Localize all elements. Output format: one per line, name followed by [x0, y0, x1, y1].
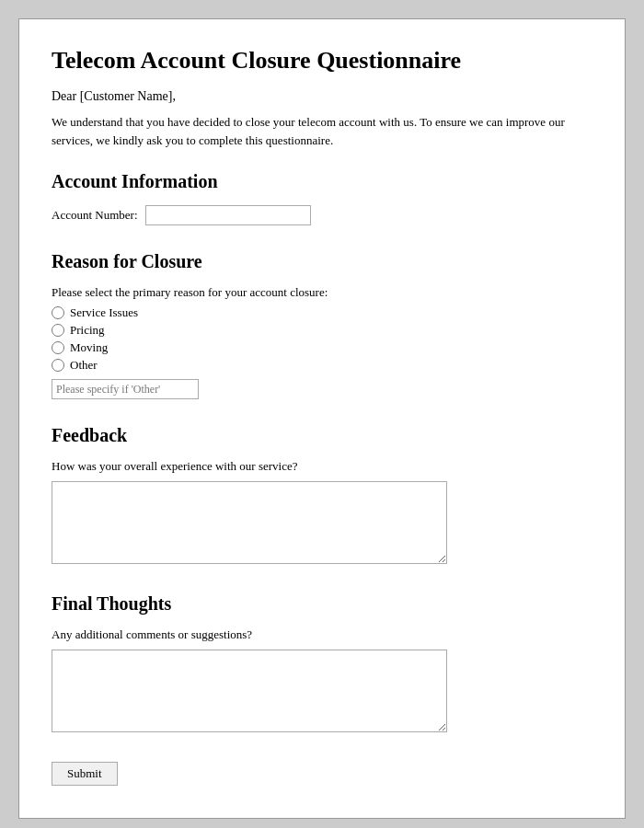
feedback-textarea[interactable]	[52, 481, 447, 564]
account-number-input[interactable]	[145, 205, 311, 225]
feedback-question: How was your overall experience with our…	[52, 459, 592, 474]
radio-pricing: Pricing	[52, 323, 592, 338]
page-title: Telecom Account Closure Questionnaire	[52, 47, 592, 75]
account-section-heading: Account Information	[52, 171, 592, 192]
final-thoughts-section: Final Thoughts Any additional comments o…	[52, 593, 592, 736]
feedback-section: Feedback How was your overall experience…	[52, 425, 592, 568]
closure-prompt: Please select the primary reason for you…	[52, 285, 592, 300]
radio-other-input[interactable]	[52, 359, 64, 372]
account-number-row: Account Number:	[52, 205, 592, 225]
radio-service-issues-input[interactable]	[52, 306, 64, 319]
radio-other-label: Other	[70, 358, 98, 373]
greeting-text: Dear [Customer Name],	[52, 89, 592, 104]
account-number-label: Account Number:	[52, 208, 138, 223]
closure-section-heading: Reason for Closure	[52, 251, 592, 272]
radio-moving-input[interactable]	[52, 341, 64, 354]
radio-pricing-input[interactable]	[52, 324, 64, 337]
intro-text: We understand that you have decided to c…	[52, 113, 592, 149]
closure-section: Reason for Closure Please select the pri…	[52, 251, 592, 399]
other-specify-input[interactable]	[52, 379, 199, 399]
radio-service-issues: Service Issues	[52, 305, 592, 320]
account-section: Account Information Account Number:	[52, 171, 592, 225]
radio-moving-label: Moving	[70, 340, 108, 355]
radio-service-issues-label: Service Issues	[70, 305, 138, 320]
submit-button[interactable]: Submit	[52, 762, 118, 786]
final-thoughts-question: Any additional comments or suggestions?	[52, 627, 592, 642]
radio-other: Other	[52, 358, 592, 373]
feedback-section-heading: Feedback	[52, 425, 592, 446]
radio-pricing-label: Pricing	[70, 323, 105, 338]
radio-moving: Moving	[52, 340, 592, 355]
final-thoughts-heading: Final Thoughts	[52, 593, 592, 615]
final-thoughts-textarea[interactable]	[52, 650, 447, 732]
form-container: Telecom Account Closure Questionnaire De…	[18, 18, 626, 819]
